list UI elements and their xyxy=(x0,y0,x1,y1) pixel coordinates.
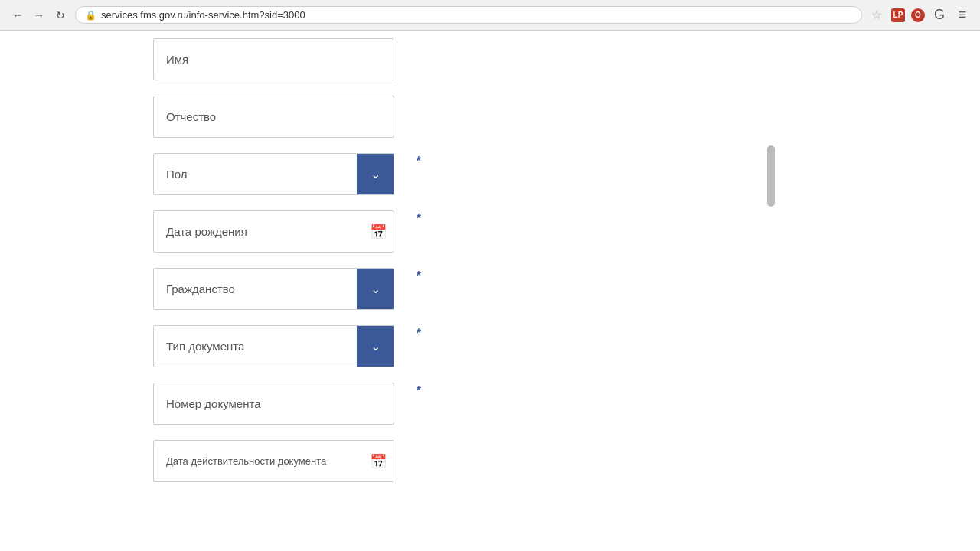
nav-buttons: ← → ↻ xyxy=(9,7,69,24)
field-nomer-dokumenta: * xyxy=(153,383,413,425)
pol-label: Пол xyxy=(154,168,357,181)
tip-dokumenta-dropdown-button[interactable]: ⌄ xyxy=(357,326,394,367)
calendar-icon: 📅 xyxy=(370,223,387,240)
opera-icon[interactable]: O xyxy=(911,8,925,22)
grazhdanstvo-label: Гражданство xyxy=(154,282,357,295)
data-deystvitelnosti-label: Дата действительности документа xyxy=(154,455,363,467)
field-pol: Пол ⌄ * xyxy=(153,153,413,195)
field-grazhdanstvo: Гражданство ⌄ * xyxy=(153,268,413,310)
calendar-icon-2: 📅 xyxy=(370,453,387,470)
grazhdanstvo-required-mark: * xyxy=(416,269,421,283)
data-deystvitelnosti-calendar-button[interactable]: 📅 xyxy=(363,441,394,481)
data-rozhdeniya-input[interactable]: Дата рождения 📅 xyxy=(153,210,394,253)
menu-button[interactable]: ≡ xyxy=(954,7,971,24)
field-otchestvo xyxy=(153,96,413,138)
otchestvo-input[interactable] xyxy=(153,96,394,138)
data-rozhdeniya-required-mark: * xyxy=(416,212,421,226)
pol-dropdown-button[interactable]: ⌄ xyxy=(357,154,394,194)
form-container: Пол ⌄ * Дата рождения 📅 * xyxy=(153,31,413,513)
pol-select[interactable]: Пол ⌄ xyxy=(153,153,394,195)
pol-required-mark: * xyxy=(416,155,421,168)
field-imya xyxy=(153,38,413,80)
right-area xyxy=(766,31,980,551)
forward-button[interactable]: → xyxy=(31,7,47,24)
refresh-button[interactable]: ↻ xyxy=(52,7,69,24)
data-deystvitelnosti-input[interactable]: Дата действительности документа 📅 xyxy=(153,440,394,482)
field-data-deystvitelnosti: Дата действительности документа 📅 xyxy=(153,440,413,482)
grazhdanstvo-dropdown-button[interactable]: ⌄ xyxy=(357,269,394,309)
data-rozhdeniya-calendar-button[interactable]: 📅 xyxy=(363,211,394,252)
grazhdanstvo-select[interactable]: Гражданство ⌄ xyxy=(153,268,394,310)
browser-toolbar: ← → ↻ 🔒 services.fms.gov.ru/info-service… xyxy=(0,0,980,31)
field-tip-dokumenta: Тип документа ⌄ * xyxy=(153,325,413,367)
nomer-dokumenta-input[interactable] xyxy=(153,383,394,425)
field-data-rozhdeniya: Дата рождения 📅 * xyxy=(153,210,413,253)
extensions-button[interactable]: G xyxy=(931,7,948,24)
address-bar[interactable]: 🔒 services.fms.gov.ru/info-service.htm?s… xyxy=(75,6,862,24)
tip-dokumenta-required-mark: * xyxy=(416,327,421,341)
data-rozhdeniya-label: Дата рождения xyxy=(154,225,363,238)
tip-dokumenta-label: Тип документа xyxy=(154,340,357,353)
chevron-down-icon: ⌄ xyxy=(371,282,381,296)
browser-actions: ☆ LP O G ≡ xyxy=(868,7,971,24)
lock-icon: 🔒 xyxy=(85,10,96,21)
url-text: services.fms.gov.ru/info-service.htm?sid… xyxy=(101,9,305,21)
page-content: Пол ⌄ * Дата рождения 📅 * xyxy=(0,31,980,551)
chevron-down-icon: ⌄ xyxy=(371,167,381,181)
imya-input[interactable] xyxy=(153,38,394,80)
back-button[interactable]: ← xyxy=(9,7,26,24)
scrollbar-thumb[interactable] xyxy=(767,145,775,207)
tip-dokumenta-select[interactable]: Тип документа ⌄ xyxy=(153,325,394,367)
bookmark-button[interactable]: ☆ xyxy=(868,7,885,24)
nomer-dokumenta-required-mark: * xyxy=(416,384,421,398)
chevron-down-icon: ⌄ xyxy=(371,339,381,354)
main-content: Пол ⌄ * Дата рождения 📅 * xyxy=(0,31,766,551)
lastpass-icon[interactable]: LP xyxy=(891,8,905,22)
